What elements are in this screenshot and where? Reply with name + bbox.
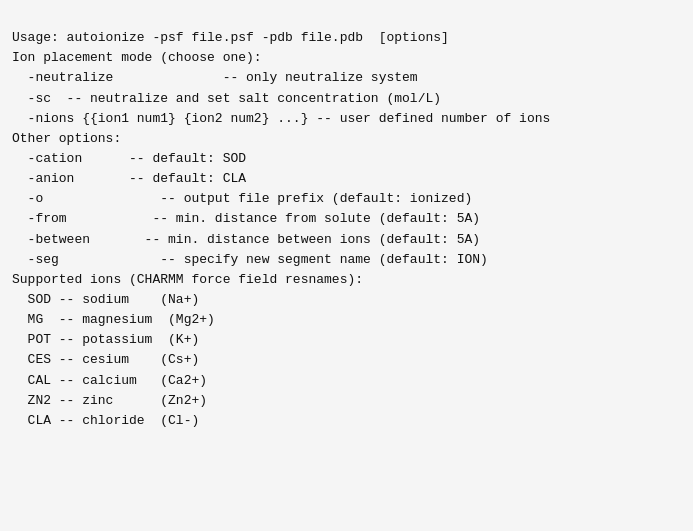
terminal-output: Usage: autoionize -psf file.psf -pdb fil… — [0, 0, 693, 531]
terminal-line: MG -- magnesium (Mg2+) — [12, 310, 681, 330]
terminal-line: Other options: — [12, 129, 681, 149]
terminal-line: -anion -- default: CLA — [12, 169, 681, 189]
terminal-line: Supported ions (CHARMM force field resna… — [12, 270, 681, 290]
terminal-line: -sc -- neutralize and set salt concentra… — [12, 89, 681, 109]
terminal-line: ZN2 -- zinc (Zn2+) — [12, 391, 681, 411]
terminal-line: SOD -- sodium (Na+) — [12, 290, 681, 310]
terminal-line: -from -- min. distance from solute (defa… — [12, 209, 681, 229]
terminal-line: Usage: autoionize -psf file.psf -pdb fil… — [12, 28, 681, 48]
terminal-line: POT -- potassium (K+) — [12, 330, 681, 350]
terminal-line: -cation -- default: SOD — [12, 149, 681, 169]
terminal-line: CAL -- calcium (Ca2+) — [12, 371, 681, 391]
terminal-line: CES -- cesium (Cs+) — [12, 350, 681, 370]
terminal-line: -seg -- specify new segment name (defaul… — [12, 250, 681, 270]
terminal-line: CLA -- chloride (Cl-) — [12, 411, 681, 431]
terminal-line: -o -- output file prefix (default: ioniz… — [12, 189, 681, 209]
terminal-line: -neutralize -- only neutralize system — [12, 68, 681, 88]
terminal-line: -between -- min. distance between ions (… — [12, 230, 681, 250]
terminal-line: Ion placement mode (choose one): — [12, 48, 681, 68]
terminal-line: -nions {{ion1 num1} {ion2 num2} ...} -- … — [12, 109, 681, 129]
